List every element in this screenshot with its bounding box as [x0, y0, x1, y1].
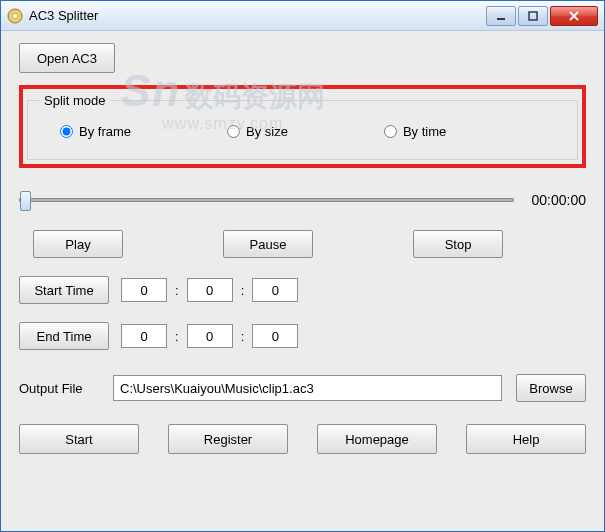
radio-by-size-label: By size [246, 124, 288, 139]
split-mode-highlight: Split mode By frame By size By time [19, 85, 586, 168]
output-row: Output File Browse [19, 374, 586, 402]
radio-by-frame[interactable]: By frame [60, 124, 131, 139]
radio-by-time-input[interactable] [384, 125, 397, 138]
time-display: 00:00:00 [524, 192, 586, 208]
slider-thumb[interactable] [20, 191, 31, 211]
register-button[interactable]: Register [168, 424, 288, 454]
output-label: Output File [19, 381, 99, 396]
open-ac3-button[interactable]: Open AC3 [19, 43, 115, 73]
colon: : [241, 329, 245, 344]
split-mode-group: Split mode By frame By size By time [27, 93, 578, 160]
end-time-inputs: : : [121, 324, 298, 348]
colon: : [175, 283, 179, 298]
radio-by-size[interactable]: By size [227, 124, 288, 139]
stop-button[interactable]: Stop [413, 230, 503, 258]
start-time-h[interactable] [121, 278, 167, 302]
radio-by-time-label: By time [403, 124, 446, 139]
start-time-m[interactable] [187, 278, 233, 302]
app-icon [7, 8, 23, 24]
maximize-button[interactable] [518, 6, 548, 26]
start-time-s[interactable] [252, 278, 298, 302]
browse-button[interactable]: Browse [516, 374, 586, 402]
svg-rect-3 [529, 12, 537, 20]
play-button[interactable]: Play [33, 230, 123, 258]
colon: : [175, 329, 179, 344]
end-time-s[interactable] [252, 324, 298, 348]
bottom-buttons: Start Register Homepage Help [19, 424, 586, 454]
end-time-h[interactable] [121, 324, 167, 348]
end-time-button[interactable]: End Time [19, 322, 109, 350]
media-controls: Play Pause Stop [19, 230, 586, 258]
position-slider-row: 00:00:00 [19, 192, 586, 208]
app-title: AC3 Splitter [29, 8, 486, 23]
start-time-row: Start Time : : [19, 276, 586, 304]
start-time-button[interactable]: Start Time [19, 276, 109, 304]
split-mode-options: By frame By size By time [40, 118, 565, 139]
radio-by-size-input[interactable] [227, 125, 240, 138]
radio-by-frame-label: By frame [79, 124, 131, 139]
end-time-m[interactable] [187, 324, 233, 348]
radio-by-time[interactable]: By time [384, 124, 446, 139]
split-mode-legend: Split mode [40, 93, 109, 108]
start-time-inputs: : : [121, 278, 298, 302]
client-area: Sn 数码资源网 www.smzy.com Open AC3 Split mod… [1, 31, 604, 531]
position-slider[interactable] [19, 198, 514, 202]
radio-by-frame-input[interactable] [60, 125, 73, 138]
close-button[interactable] [550, 6, 598, 26]
window-controls [486, 6, 598, 26]
app-window: AC3 Splitter Sn 数码资源网 www.smzy.com Open … [0, 0, 605, 532]
homepage-button[interactable]: Homepage [317, 424, 437, 454]
minimize-button[interactable] [486, 6, 516, 26]
end-time-row: End Time : : [19, 322, 586, 350]
pause-button[interactable]: Pause [223, 230, 313, 258]
colon: : [241, 283, 245, 298]
help-button[interactable]: Help [466, 424, 586, 454]
output-path-field[interactable] [113, 375, 502, 401]
start-button[interactable]: Start [19, 424, 139, 454]
svg-point-1 [13, 13, 18, 18]
titlebar[interactable]: AC3 Splitter [1, 1, 604, 31]
svg-rect-2 [497, 18, 505, 20]
